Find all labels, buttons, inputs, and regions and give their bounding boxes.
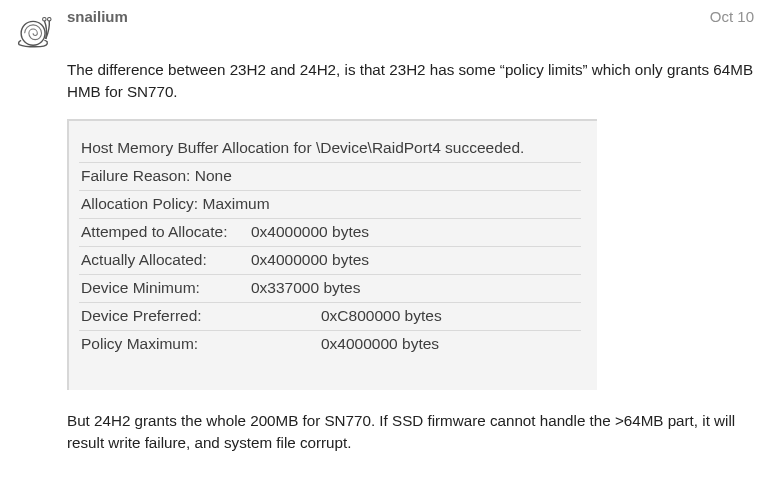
embed-row: Device Minimum: 0x337000 bytes (79, 275, 581, 303)
post-paragraph-1: The difference between 23H2 and 24H2, is… (67, 59, 754, 103)
embed-row: Attemped to Allocate: 0x4000000 bytes (79, 219, 581, 247)
embed-label: Policy Maximum: (81, 335, 321, 353)
snail-icon (12, 8, 57, 53)
avatar[interactable] (12, 8, 57, 53)
embed-value: 0x337000 bytes (251, 279, 360, 297)
header-meta: snailium Oct 10 (67, 8, 754, 25)
embed-row: Actually Allocated: 0x4000000 bytes (79, 247, 581, 275)
screenshot-embed: Host Memory Buffer Allocation for \Devic… (67, 119, 597, 390)
embed-value: 0x4000000 bytes (251, 251, 369, 269)
embed-label: Device Minimum: (81, 279, 251, 297)
post-paragraph-2: But 24H2 grants the whole 200MB for SN77… (67, 410, 754, 454)
embed-label: Actually Allocated: (81, 251, 251, 269)
post-body: The difference between 23H2 and 24H2, is… (12, 59, 754, 454)
embed-value: 0x4000000 bytes (251, 223, 369, 241)
embed-label: Device Preferred: (81, 307, 321, 325)
embed-title: Host Memory Buffer Allocation for \Devic… (79, 135, 581, 163)
embed-allocation-policy: Allocation Policy: Maximum (79, 191, 581, 219)
embed-value: 0x4000000 bytes (321, 335, 439, 353)
embed-label: Attemped to Allocate: (81, 223, 251, 241)
post-date[interactable]: Oct 10 (710, 8, 754, 25)
embed-value: 0xC800000 bytes (321, 307, 442, 325)
username[interactable]: snailium (67, 8, 128, 25)
svg-point-2 (48, 17, 52, 21)
post-header: snailium Oct 10 (12, 8, 754, 59)
embed-row: Policy Maximum: 0x4000000 bytes (79, 331, 581, 358)
svg-point-1 (43, 17, 47, 21)
embed-failure-reason: Failure Reason: None (79, 163, 581, 191)
embed-row: Device Preferred: 0xC800000 bytes (79, 303, 581, 331)
